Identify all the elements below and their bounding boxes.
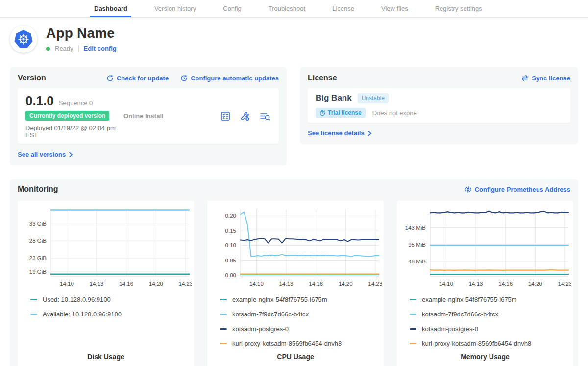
legend-item: example-nginx-54f8f76755-l675m [410, 296, 571, 303]
version-sequence: Sequence 0 [59, 99, 93, 106]
legend-item: example-nginx-54f8f76755-l675m [220, 296, 382, 303]
legend-item: kotsadm-postgres-0 [410, 325, 571, 333]
edit-config-link[interactable]: Edit config [84, 45, 117, 52]
preflight-checklist-icon[interactable] [220, 111, 231, 122]
legend-item: Available: 10.128.0.96:9100 [30, 311, 192, 318]
version-card: Version Check for update Configure au [10, 67, 287, 165]
cpu-usage-chart: 0.000.050.100.150.2014:1014:1314:1614:20… [209, 206, 382, 289]
svg-text:14:10: 14:10 [439, 281, 453, 287]
tab-version-history[interactable]: Version history [150, 0, 200, 17]
svg-text:14:16: 14:16 [309, 281, 323, 287]
sync-license-button[interactable]: Sync license [521, 75, 570, 82]
legend-item: Used: 10.128.0.96:9100 [30, 296, 192, 303]
svg-text:33 GiB: 33 GiB [29, 221, 47, 227]
svg-text:0.00: 0.00 [225, 272, 236, 278]
install-type-label: Online Install [123, 112, 220, 120]
configure-prometheus-button[interactable]: Configure Prometheus Address [465, 186, 570, 193]
legend-item: kotsadm-7f9dc7d66c-b4tcx [220, 311, 382, 318]
license-assignee: Big Bank [316, 93, 352, 103]
status-text: Ready [55, 45, 74, 52]
svg-text:0.15: 0.15 [225, 228, 236, 234]
refresh-icon [106, 75, 114, 82]
svg-text:28 GiB: 28 GiB [29, 238, 47, 244]
svg-text:14:23: 14:23 [179, 281, 192, 287]
summary-cards-row: Version Check for update Configure au [10, 67, 578, 165]
series-color-dash [220, 328, 227, 330]
config-wrench-icon[interactable] [240, 111, 250, 122]
version-number: 0.1.0 [25, 93, 54, 108]
tab-config[interactable]: Config [219, 0, 245, 17]
deploy-logs-icon[interactable] [259, 111, 271, 122]
series-color-dash [30, 314, 37, 315]
app-logo [10, 26, 37, 53]
chart-title: Disk Usage [20, 353, 192, 361]
disk-usage-chart: 19 GiB23 GiB28 GiB33 GiB14:1014:1314:161… [20, 206, 192, 289]
tab-license[interactable]: License [328, 0, 358, 17]
kubernetes-icon [14, 29, 33, 49]
license-card: License Sync license Big Bank Unstable [300, 67, 578, 144]
ready-status-dot [46, 47, 50, 51]
series-color-dash [410, 328, 416, 330]
version-card-title: Version [18, 74, 46, 82]
series-color-dash [30, 299, 37, 300]
memory-usage-legend: example-nginx-54f8f76755-l675m kotsadm-7… [410, 296, 571, 347]
svg-text:14:20: 14:20 [528, 281, 542, 287]
channel-badge: Unstable [358, 93, 389, 103]
tab-dashboard[interactable]: Dashboard [90, 0, 131, 17]
svg-text:14:23: 14:23 [368, 281, 382, 287]
top-navigation: Dashboard Version history Config Trouble… [0, 0, 588, 18]
series-color-dash [410, 314, 416, 315]
license-card-title: License [308, 74, 337, 82]
charts-row: 19 GiB23 GiB28 GiB33 GiB14:1014:1314:161… [18, 201, 570, 366]
svg-text:143 MiB: 143 MiB [405, 225, 426, 231]
memory-usage-card: 48 MiB95 MiB143 MiB14:1014:1314:1614:201… [397, 201, 573, 366]
disk-usage-card: 19 GiB23 GiB28 GiB33 GiB14:1014:1314:161… [18, 201, 194, 366]
svg-text:95 MiB: 95 MiB [408, 242, 426, 248]
svg-text:14:20: 14:20 [339, 281, 353, 287]
chart-title: CPU Usage [209, 353, 382, 361]
license-expiry-text: Does not expire [372, 109, 417, 117]
see-license-details-link[interactable]: See license details [308, 130, 372, 137]
legend-item: kotsadm-7f9dc7d66c-b4tcx [410, 311, 571, 318]
tab-registry-settings[interactable]: Registry settings [431, 0, 486, 17]
license-type-badge: Trial license [316, 108, 366, 118]
svg-text:0.05: 0.05 [225, 258, 236, 263]
deployed-timestamp: Deployed 01/19/22 @ 02:04 pm EST [25, 124, 123, 139]
legend-item: kurl-proxy-kotsadm-8569fb6454-dnvh8 [220, 340, 382, 347]
tab-view-files[interactable]: View files [377, 0, 412, 17]
chevron-right-icon [69, 152, 73, 157]
cpu-usage-card: 0.000.050.100.150.2014:1014:1314:1614:20… [207, 201, 384, 366]
series-color-dash [220, 314, 227, 315]
monitoring-title: Monitoring [18, 185, 58, 194]
memory-usage-chart: 48 MiB95 MiB143 MiB14:1014:1314:1614:201… [399, 206, 571, 289]
scheduled-update-icon [180, 75, 188, 82]
cpu-usage-legend: example-nginx-54f8f76755-l675m kotsadm-7… [220, 296, 382, 347]
svg-text:14:10: 14:10 [60, 281, 74, 287]
series-color-dash [410, 343, 416, 344]
page-title: App Name [46, 26, 117, 41]
svg-text:14:13: 14:13 [469, 281, 483, 287]
svg-text:19 GiB: 19 GiB [29, 269, 47, 275]
tab-troubleshoot[interactable]: Troubleshoot [265, 0, 309, 17]
sync-arrows-icon [521, 75, 529, 81]
svg-text:0.20: 0.20 [225, 213, 236, 219]
svg-text:14:13: 14:13 [90, 281, 104, 287]
app-header: App Name Ready Edit config [0, 18, 588, 53]
configure-automatic-updates-button[interactable]: Configure automatic updates [180, 75, 279, 82]
deployed-status-badge: Currently deployed version [25, 111, 109, 121]
see-all-versions-link[interactable]: See all versions [18, 151, 73, 158]
license-details-panel: Big Bank Unstable Trial license Does not… [308, 88, 570, 123]
svg-text:14:16: 14:16 [498, 281, 513, 287]
chart-title: Memory Usage [399, 353, 571, 361]
monitoring-panel: Monitoring Configure Prometheus Address … [10, 179, 578, 366]
chevron-right-icon [368, 131, 372, 136]
svg-text:23 GiB: 23 GiB [29, 255, 47, 261]
svg-text:14:10: 14:10 [249, 281, 264, 287]
series-color-dash [220, 343, 227, 344]
svg-text:14:13: 14:13 [279, 281, 294, 287]
stopwatch-icon [319, 110, 325, 116]
svg-text:14:23: 14:23 [558, 281, 571, 287]
check-for-update-button[interactable]: Check for update [106, 75, 169, 82]
disk-usage-legend: Used: 10.128.0.96:9100 Available: 10.128… [30, 296, 192, 318]
svg-text:0.10: 0.10 [225, 242, 236, 248]
